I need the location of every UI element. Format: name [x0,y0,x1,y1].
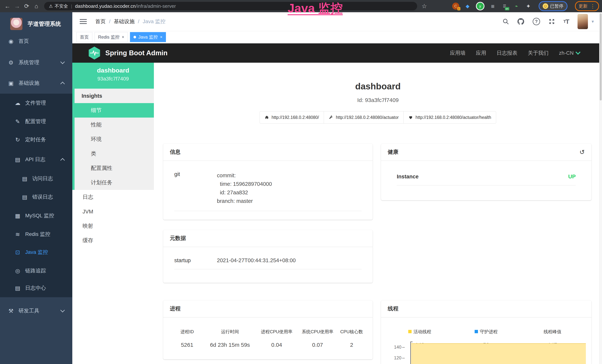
sidebar-item-file-mgmt[interactable]: ☁ 文件管理 [0,94,72,112]
browser-menu-dots-icon[interactable]: ⋮ [590,3,595,9]
user-avatar[interactable] [578,14,588,29]
scrollbar-thumb[interactable] [600,13,602,100]
info-card-title: 信息 [170,148,181,156]
bookmark-star-icon[interactable]: ☆ [422,3,427,10]
status-badge: UP [568,173,576,180]
fullscreen-icon[interactable] [548,18,555,25]
browser-back-icon[interactable]: ← [3,3,12,10]
sidebar-item-api-logs[interactable]: ▤ API 日志 [0,150,72,169]
sidebar-item-mysql-monitor[interactable]: ▦ MySQL 监控 [0,206,72,225]
sba-nav-about[interactable]: 关于我们 [528,50,548,57]
ext-pin-icon[interactable]: ◆ [464,3,471,10]
help-icon[interactable]: ? [533,18,540,25]
sba-item-scheduled-tasks[interactable]: 计划任务 [75,175,154,190]
avatar-caret-icon[interactable]: ▾ [592,19,594,24]
sidebar-item-error-logs[interactable]: ▤ 错误日志 [0,188,72,206]
sba-app-id: 93a3fc7f7409 [72,76,154,82]
ext-orange-icon[interactable]: C1 [452,3,459,10]
chrome-update-chip[interactable]: 更新 ⋮ [575,1,599,11]
health-card-title: 健康 [388,148,398,156]
sidebar-item-java-monitor[interactable]: ⊡ Java 监控 [0,243,72,261]
history-icon[interactable]: ↺ [580,148,585,156]
sba-nav-wall[interactable]: 应用墙 [450,50,465,57]
ext-grid-icon[interactable]: ▦ [489,3,496,10]
sba-sidebar: dashboard 93a3fc7f7409 Insights 细节 性能 环境… [72,63,154,364]
profile-paused-pill[interactable]: ☺ 已暂停 [539,2,567,11]
sba-nav-applications[interactable]: 应用 [476,50,486,57]
sba-item-mappings[interactable]: 映射 [72,219,154,233]
sba-main-content: dashboard Id: 93a3fc7f7409 http://192.16… [154,63,602,364]
sba-item-classes[interactable]: 类 [75,147,154,161]
process-card-title: 进程 [170,305,181,312]
active-tab-dot [133,36,136,38]
sidebar-item-home[interactable]: ◉ 首页 [0,32,72,50]
ext-list-on-icon[interactable]: ☰on [501,3,508,10]
sba-nav-journal[interactable]: 日志报表 [497,50,517,57]
chevron-down-icon [575,50,580,55]
tab-home[interactable]: 首页 [76,32,92,42]
profile-avatar-emoji-icon: ☺ [543,3,548,9]
sba-brand-title[interactable]: Spring Boot Admin [105,49,168,57]
instance-title: dashboard [154,81,602,91]
breadcrumb-home[interactable]: 首页 [95,18,106,25]
sba-item-logs[interactable]: 日志 [72,190,154,204]
sidebar-item-dev-tools[interactable]: ⚒ 研发工具 [0,301,72,320]
app-logo-row[interactable]: 芋道管理系统 [0,16,72,32]
page-scrollbar[interactable] [599,12,602,364]
actuator-url-button[interactable]: http://192.168.0.2:48080/actuator [324,111,404,124]
breadcrumb: 首页 / 基础设施 / Java 监控 [95,18,166,25]
url-host[interactable]: dashboard.yudao.iocoder.cn [75,3,136,9]
instance-links: http://192.168.0.2:48080/ http://192.168… [154,111,602,124]
ext-leaf-icon[interactable]: ❧ [513,3,520,10]
security-label[interactable]: 不安全 [55,3,68,9]
tab-redis-monitor[interactable]: Redis 监控 × [95,32,128,42]
sba-navbar: Spring Boot Admin 应用墙 应用 日志报表 关于我们 zh-CN [72,43,602,63]
browser-forward-icon[interactable]: → [12,3,22,10]
sidebar-item-log-center[interactable]: ▤ 日志中心 [0,279,72,297]
tab-java-monitor[interactable]: Java 监控 × [130,32,166,42]
sba-item-config-props[interactable]: 配置属性 [75,161,154,175]
sidebar-item-redis-monitor[interactable]: ≋ Redis 监控 [0,225,72,244]
sidebar-item-scheduled-tasks[interactable]: ↻ 定时任务 [0,130,72,149]
url-path[interactable]: /infra/admin-server [136,3,176,9]
toolbox-icon: ⚒ [8,308,14,314]
health-card: 健康 ↺ Instance UP [381,144,591,200]
service-url-button[interactable]: http://192.168.0.2:48080/ [259,111,324,124]
spring-boot-admin-logo[interactable] [88,46,100,60]
hamburger-icon[interactable] [80,18,87,25]
sidebar-item-infrastructure[interactable]: ▣ 基础设施 [0,74,72,92]
close-icon[interactable]: × [160,35,162,40]
sba-item-caches[interactable]: 缓存 [72,233,154,248]
search-icon[interactable] [503,18,509,25]
browser-reload-icon[interactable]: ⟳ [22,3,32,10]
sidebar-item-config-mgmt[interactable]: ✎ 配置管理 [0,112,72,131]
sba-item-details[interactable]: 细节 [72,103,154,118]
gear-icon: ⚙ [8,59,14,66]
sidebar-item-system-mgmt[interactable]: ⚙ 系统管理 [0,53,72,72]
process-table-values: 5261 6d 23h 15m 59s 0.04 0.07 2 [171,342,365,348]
breadcrumb-infrastructure[interactable]: 基础设施 [114,18,135,25]
github-icon[interactable] [517,18,524,25]
edit-icon: ✎ [14,118,21,125]
ext-puzzle-icon[interactable]: ✚ [525,3,532,10]
cloud-upload-icon: ☁ [14,100,21,106]
sba-insights-group: Insights 细节 性能 环境 类 配置属性 计划任务 [72,89,154,190]
sba-instance-header[interactable]: dashboard 93a3fc7f7409 [72,63,154,89]
sba-item-jvm[interactable]: JVM [72,204,154,219]
close-icon[interactable]: × [122,35,124,40]
monitor-icon: ⊡ [14,249,21,256]
sidebar-item-access-logs[interactable]: ▤ 访问日志 [0,169,72,188]
metadata-startup-row: startup 2021-04-27T00:44:31.254+08:00 [174,247,362,269]
health-url-button[interactable]: http://192.168.0.2:48080/actuator/health [403,111,496,124]
sba-item-metrics[interactable]: 性能 [75,118,154,132]
browser-home-icon[interactable]: ⌂ [32,3,41,10]
sidebar-item-tracing[interactable]: ◎ 链路追踪 [0,261,72,280]
tags-view: 首页 Redis 监控 × Java 监控 × [72,31,602,43]
sba-language-selector[interactable]: zh-CN [559,50,580,56]
ext-green-y-icon[interactable]: y [476,2,484,11]
system-cpu-value: 0.07 [297,342,338,348]
font-size-icon[interactable]: TT [563,18,569,25]
address-bar[interactable]: ⚠ 不安全 | dashboard.yudao.iocoder.cn /infr… [44,2,417,11]
log-icon: ▤ [22,194,28,200]
sba-item-environment[interactable]: 环境 [75,132,154,147]
